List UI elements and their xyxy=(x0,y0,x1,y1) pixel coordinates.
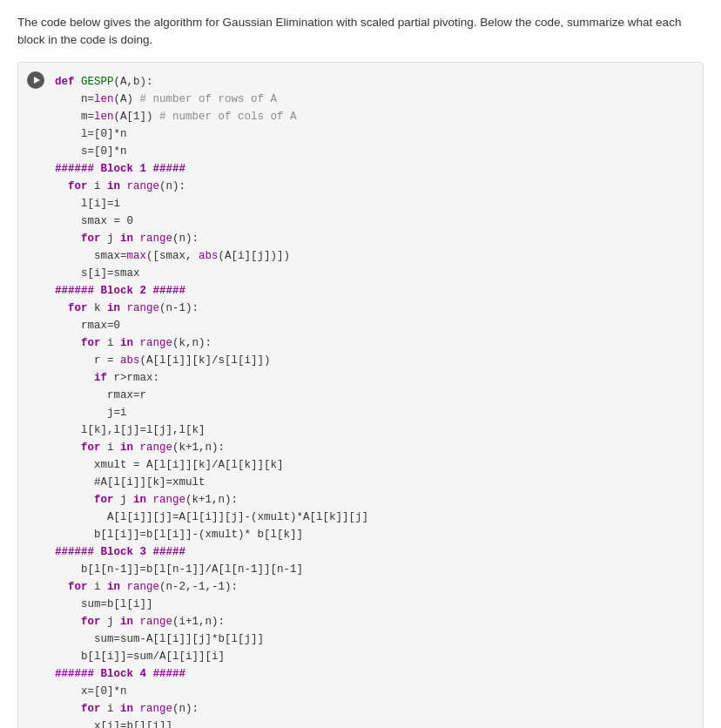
code-line: x=[0]*n xyxy=(55,683,691,700)
code-line: ###### Block 1 ##### xyxy=(55,160,691,178)
code-line: r = abs(A[l[i]][k]/s[l[i]]) xyxy=(55,352,691,369)
code-line: for i in range(k,n): xyxy=(55,334,691,352)
code-line: rmax=r xyxy=(55,387,691,404)
code-line: ###### Block 3 ##### xyxy=(55,543,691,561)
code-line: sum=b[l[i]] xyxy=(55,596,691,613)
code-line: j=i xyxy=(55,404,691,421)
intro-text: The code below gives the algorithm for G… xyxy=(17,14,704,50)
code-line: A[l[i]][j]=A[l[i]][j]-(xmult)*A[l[k]][j] xyxy=(55,509,691,526)
code-line: smax=max([smax, abs(A[i][j])]) xyxy=(55,247,691,265)
code-line: #A[l[i]][k]=xmult xyxy=(55,474,691,491)
code-line: b[l[n-1]]=b[l[n-1]]/A[l[n-1]][n-1] xyxy=(55,561,691,578)
code-line: l[i]=i xyxy=(55,195,691,212)
code-line: ###### Block 2 ##### xyxy=(55,282,691,300)
code-line: s=[0]*n xyxy=(55,143,691,160)
code-line: for i in range(n): xyxy=(55,700,691,718)
code-line: for i in range(n): xyxy=(55,178,691,195)
code-line: b[l[i]]=sum/A[l[i]][i] xyxy=(55,648,691,665)
code-line: l=[0]*n xyxy=(55,125,691,143)
code-line: sum=sum-A[l[i]][j]*b[l[j]] xyxy=(55,630,691,648)
code-line: def GESPP(A,b): xyxy=(55,73,691,91)
code-line: for j in range(i+1,n): xyxy=(55,613,691,630)
code-line: for k in range(n-1): xyxy=(55,300,691,317)
code-line: x[i]=b[l[i]] xyxy=(55,718,691,729)
code-line: xmult = A[l[i]][k]/A[l[k]][k] xyxy=(55,456,691,474)
code-line: b[l[i]]=b[l[i]]-(xmult)* b[l[k]] xyxy=(55,526,691,543)
code-line: ###### Block 4 ##### xyxy=(55,665,691,683)
code-content: def GESPP(A,b): n=len(A) # number of row… xyxy=(55,73,691,729)
code-line: for i in range(k+1,n): xyxy=(55,439,691,456)
code-line: rmax=0 xyxy=(55,317,691,334)
code-block: def GESPP(A,b): n=len(A) # number of row… xyxy=(17,62,704,729)
code-line: smax = 0 xyxy=(55,212,691,230)
code-line: s[i]=smax xyxy=(55,265,691,282)
code-line: for j in range(n): xyxy=(55,230,691,247)
run-button[interactable] xyxy=(27,71,44,89)
code-line: m=len(A[1]) # number of cols of A xyxy=(55,108,691,125)
code-line: for j in range(k+1,n): xyxy=(55,491,691,509)
code-line: for i in range(n-2,-1,-1): xyxy=(55,578,691,596)
code-line: l[k],l[j]=l[j],l[k] xyxy=(55,421,691,439)
code-line: n=len(A) # number of rows of A xyxy=(55,91,691,108)
code-line: if r>rmax: xyxy=(55,369,691,387)
